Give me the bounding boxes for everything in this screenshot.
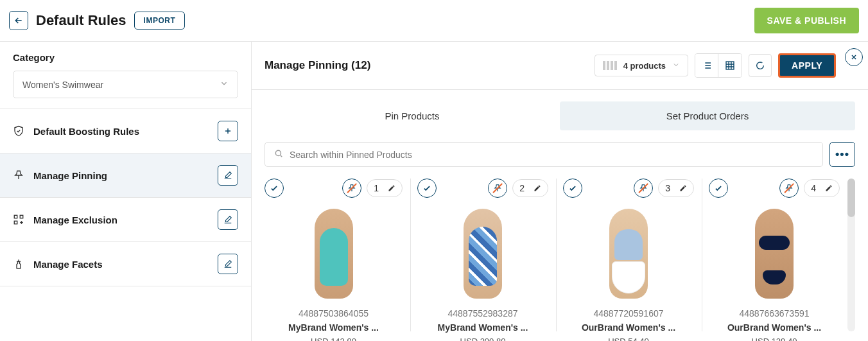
topbar: Default Rules IMPORT SAVE & PUBLISH: [0, 0, 868, 42]
pencil-icon: [388, 184, 395, 192]
products-per-row-select[interactable]: 4 products: [595, 55, 688, 76]
close-icon: [850, 53, 858, 61]
scrollbar-thumb[interactable]: [847, 179, 855, 217]
facets-icon: [13, 258, 24, 270]
unpin-button[interactable]: [488, 179, 507, 198]
tab-pin-products[interactable]: Pin Products: [265, 101, 560, 130]
rank-editor[interactable]: 3: [658, 179, 694, 197]
shield-check-icon: [13, 125, 24, 137]
products-select-label: 4 products: [623, 61, 666, 71]
sidebar-item-boosting[interactable]: Default Boosting Rules: [0, 109, 251, 153]
rank-editor[interactable]: 1: [367, 179, 403, 197]
product-name: OurBrand Women's ...: [563, 322, 694, 333]
product-name: MyBrand Women's ...: [265, 322, 403, 333]
svg-rect-2: [14, 221, 17, 224]
check-icon: [568, 184, 577, 193]
svg-rect-1: [20, 215, 23, 218]
content-header: Manage Pinning (12) 4 products: [252, 42, 868, 90]
tab-set-product-orders[interactable]: Set Product Orders: [560, 101, 855, 130]
sidebar-item-label: Manage Pinning: [33, 170, 107, 181]
product-price: USD 129.40: [709, 337, 840, 341]
edit-button[interactable]: [218, 165, 238, 186]
rank-number: 4: [811, 183, 816, 193]
product-card: 1 44887503864055 MyBrand Women's ... USD…: [265, 179, 403, 331]
scrollbar[interactable]: [847, 179, 855, 331]
sidebar-item-pinning[interactable]: Manage Pinning: [0, 153, 251, 198]
unpin-button[interactable]: [779, 179, 799, 198]
category-selected: Women's Swimwear: [22, 80, 103, 90]
edit-icon: [223, 259, 232, 268]
select-toggle[interactable]: [563, 179, 582, 198]
main: Category Women's Swimwear Default Boosti…: [0, 42, 868, 341]
product-card: 3 44887720591607 OurBrand Women's ... US…: [556, 179, 694, 331]
category-label: Category: [13, 52, 238, 63]
category-select[interactable]: Women's Swimwear: [13, 71, 238, 98]
rank-number: 1: [374, 183, 379, 193]
sidebar-item-label: Manage Facets: [33, 259, 103, 270]
pencil-icon: [825, 184, 833, 192]
product-sku: 44887552983287: [417, 308, 548, 319]
product-price: USD 54.40: [563, 337, 694, 341]
edit-icon: [223, 215, 232, 224]
sidebar-item-exclusion[interactable]: Manage Exclusion: [0, 198, 251, 242]
search-box[interactable]: [265, 142, 823, 167]
add-button[interactable]: [218, 121, 238, 141]
back-button[interactable]: [9, 11, 28, 30]
grid-view-button[interactable]: [718, 54, 742, 77]
category-section: Category Women's Swimwear: [0, 42, 251, 109]
sidebar-item-label: Manage Exclusion: [33, 214, 117, 225]
products-row: 1 44887503864055 MyBrand Women's ... USD…: [252, 179, 868, 341]
pencil-icon: [534, 184, 541, 192]
page-title: Default Rules: [36, 12, 126, 29]
refresh-button[interactable]: [749, 54, 772, 77]
list-view-button[interactable]: [695, 54, 718, 77]
sidebar: Category Women's Swimwear Default Boosti…: [0, 42, 252, 341]
pin-icon: [13, 170, 24, 181]
unpin-button[interactable]: [342, 179, 361, 198]
rank-editor[interactable]: 4: [804, 179, 840, 197]
content-title: Manage Pinning (12): [265, 59, 370, 72]
rank-editor[interactable]: 2: [512, 179, 548, 197]
check-icon: [714, 184, 723, 193]
chevron-down-icon: [220, 79, 229, 90]
exclusion-icon: [13, 214, 24, 225]
svg-rect-0: [14, 215, 17, 218]
pencil-icon: [679, 184, 687, 192]
save-publish-button[interactable]: SAVE & PUBLISH: [754, 8, 859, 33]
search-row: •••: [265, 142, 855, 167]
svg-rect-3: [726, 62, 734, 69]
product-name: OurBrand Women's ...: [709, 322, 840, 333]
apply-button[interactable]: APPLY: [778, 53, 836, 78]
topbar-left: Default Rules IMPORT: [9, 11, 185, 30]
sidebar-item-facets[interactable]: Manage Facets: [0, 242, 251, 286]
edit-button[interactable]: [218, 209, 238, 230]
svg-point-4: [275, 150, 281, 155]
product-card: 2 44887552983287 MyBrand Women's ... USD…: [410, 179, 548, 331]
product-sku: 44887503864055: [265, 308, 403, 319]
tabs: Pin Products Set Product Orders: [265, 101, 855, 130]
product-sku: 44887663673591: [709, 308, 840, 319]
search-icon: [274, 149, 283, 160]
more-options-button[interactable]: •••: [829, 142, 855, 167]
unpin-button[interactable]: [634, 179, 653, 198]
product-price: USD 200.80: [417, 337, 548, 341]
edit-icon: [223, 171, 232, 180]
edit-button[interactable]: [218, 254, 238, 274]
select-toggle[interactable]: [709, 179, 728, 198]
search-input[interactable]: [290, 150, 813, 160]
select-toggle[interactable]: [417, 179, 437, 198]
check-icon: [270, 184, 279, 193]
product-sku: 44887720591607: [563, 308, 694, 319]
close-button[interactable]: [845, 48, 863, 66]
plus-icon: [223, 127, 232, 136]
content: Manage Pinning (12) 4 products: [252, 42, 868, 341]
rank-number: 2: [519, 183, 525, 193]
product-price: USD 142.90: [265, 337, 403, 341]
product-image: [709, 205, 840, 302]
sidebar-item-label: Default Boosting Rules: [33, 126, 139, 137]
rank-number: 3: [665, 183, 670, 193]
select-toggle[interactable]: [265, 179, 284, 198]
content-actions: 4 products APPLY: [595, 53, 836, 78]
import-button[interactable]: IMPORT: [134, 12, 186, 30]
product-image: [563, 205, 694, 302]
